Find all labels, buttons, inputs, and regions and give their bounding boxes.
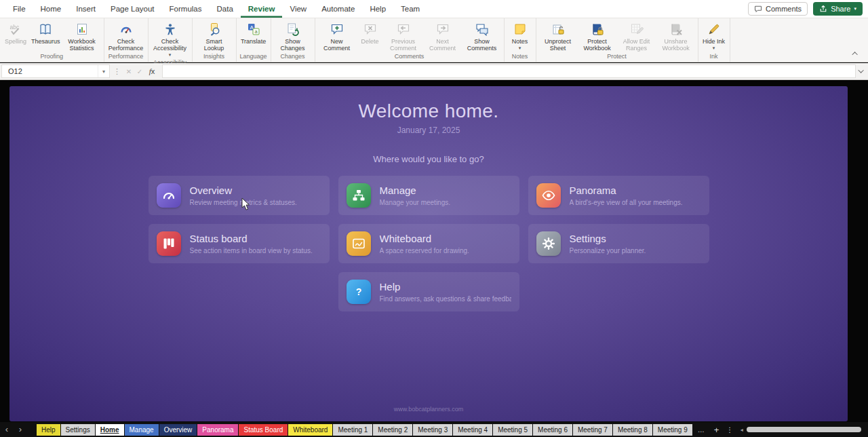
ribbon-group-changes: Show ChangesChanges	[271, 18, 315, 62]
sheet-tab-help[interactable]: Help	[37, 424, 60, 436]
tile-whiteboard[interactable]: WhiteboardA space reserved for drawing.	[338, 224, 519, 263]
notes-icon	[513, 22, 528, 37]
menu-tab-team[interactable]: Team	[393, 0, 427, 18]
footer-link[interactable]: www.bobcatplanners.com	[9, 406, 848, 413]
ribbon-button-protect-workbook[interactable]: Protect Workbook	[578, 20, 617, 52]
tile-subtitle: Personalize your planner.	[570, 247, 646, 255]
ribbon-button-check-accessibility[interactable]: Check Accessibility▾	[151, 20, 190, 58]
ribbon-button-label: Translate	[241, 38, 266, 45]
sheet-tab-meeting-6[interactable]: Meeting 6	[533, 424, 572, 436]
ribbon-button-label: Next Comment	[425, 38, 460, 52]
tile-title: Status board	[190, 233, 313, 245]
ribbon-group-label: Comments	[317, 52, 502, 62]
tile-panorama[interactable]: PanoramaA bird's-eye view of all your me…	[528, 176, 709, 215]
tile-manage[interactable]: ManageManage your meetings.	[338, 176, 519, 215]
ribbon-group-label: Protect	[538, 52, 696, 62]
ribbon-button-workbook-statistics[interactable]: Workbook Statistics	[62, 20, 102, 52]
ribbon-group-notes: Notes▾Notes	[505, 18, 536, 62]
tile-settings[interactable]: SettingsPersonalize your planner.	[528, 224, 709, 263]
sheet-tab-meeting-8[interactable]: Meeting 8	[613, 424, 652, 436]
menu-tab-formulas[interactable]: Formulas	[162, 0, 210, 18]
menu-tab-automate[interactable]: Automate	[314, 0, 362, 18]
sheet-tab-meeting-9[interactable]: Meeting 9	[653, 424, 692, 436]
sheet-tab-home[interactable]: Home	[96, 424, 124, 436]
sheet-tab-panorama[interactable]: Panorama	[197, 424, 238, 436]
insert-function-button[interactable]: fx	[145, 67, 159, 75]
sheet-tab-manage[interactable]: Manage	[125, 424, 159, 436]
scrollbar-thumb[interactable]	[747, 427, 861, 432]
sheet-nav-left-button[interactable]: ‹	[0, 422, 14, 437]
menu-tab-page-layout[interactable]: Page Layout	[103, 0, 162, 18]
horizontal-scrollbar[interactable]: ◄	[739, 427, 861, 432]
sheet-tab-meeting-5[interactable]: Meeting 5	[493, 424, 532, 436]
comments-button[interactable]: Comments	[748, 2, 808, 16]
name-box-dropdown-icon[interactable]: ▾	[98, 65, 109, 77]
ribbon-group-label: Performance	[106, 52, 146, 62]
ribbon-button-label: Protect Workbook	[580, 38, 615, 52]
ribbon-group-protect: Unprotect SheetProtect WorkbookAllow Edi…	[536, 18, 698, 62]
menu-tab-file[interactable]: File	[5, 0, 33, 18]
sheet-tab-meeting-7[interactable]: Meeting 7	[573, 424, 612, 436]
ribbon-button-label: Delete	[361, 38, 379, 45]
smart-lookup-icon	[207, 22, 222, 37]
unprotect-sheet-icon	[551, 22, 566, 37]
next-comment-icon	[435, 22, 450, 37]
svg-text:?: ?	[355, 286, 361, 297]
sheet-tab-settings[interactable]: Settings	[61, 424, 95, 436]
ribbon-button-label: Unshare Workbook	[658, 38, 694, 52]
menu-tab-view[interactable]: View	[282, 0, 314, 18]
dropdown-arrow-icon: ▾	[169, 52, 172, 58]
expand-formula-bar-button[interactable]	[856, 64, 868, 78]
menu-tab-home[interactable]: Home	[33, 0, 69, 18]
ribbon-button-check-performance[interactable]: Check Performance	[106, 20, 146, 52]
sheet-overflow-button[interactable]: …	[693, 426, 710, 434]
ribbon-button-translate[interactable]: AaTranslate	[239, 20, 268, 45]
name-box[interactable]: O12 ▾	[1, 64, 110, 78]
ribbon-button-thesaurus[interactable]: Thesaurus	[29, 20, 62, 45]
sheet-tab-status-board[interactable]: Status Board	[239, 424, 288, 436]
ribbon-button-smart-lookup[interactable]: Smart Lookup	[195, 20, 234, 52]
sheet-options-button[interactable]: ⋮	[723, 426, 736, 434]
menu-tab-data[interactable]: Data	[210, 0, 241, 18]
tile-help[interactable]: ?HelpFind answers, ask questions & share…	[338, 272, 519, 311]
menu-tab-insert[interactable]: Insert	[68, 0, 103, 18]
ribbon-button-show-changes[interactable]: Show Changes	[273, 20, 313, 52]
sheet-nav-right-button[interactable]: ›	[14, 422, 27, 437]
question-icon: ?	[347, 280, 371, 304]
ribbon-button-new-comment[interactable]: New Comment	[317, 20, 357, 52]
gauge-icon	[157, 183, 181, 208]
formula-bar-drag-handle[interactable]: ⋮	[110, 67, 123, 76]
ribbon-group-ink: Hide Ink▾Ink	[698, 18, 730, 62]
tile-title: Manage	[380, 185, 451, 197]
ribbon-group-label: Changes	[273, 52, 313, 62]
menu-tab-review[interactable]: Review	[241, 0, 283, 18]
formula-input[interactable]	[162, 64, 856, 78]
sheet-tab-meeting-4[interactable]: Meeting 4	[453, 424, 492, 436]
menu-tab-help[interactable]: Help	[362, 0, 393, 18]
add-sheet-button[interactable]: +	[710, 425, 724, 435]
ribbon-button-show-comments[interactable]: Show Comments	[462, 20, 502, 52]
scroll-left-icon[interactable]: ◄	[739, 428, 747, 432]
sheet-tab-meeting-2[interactable]: Meeting 2	[373, 424, 412, 436]
sheet-tab-meeting-1[interactable]: Meeting 1	[333, 424, 372, 436]
sheet-tab-meeting-3[interactable]: Meeting 3	[413, 424, 452, 436]
sheet-tab-whiteboard[interactable]: Whiteboard	[288, 424, 332, 436]
ribbon-button-label: Show Changes	[275, 38, 311, 52]
ribbon-button-label: New Comment	[319, 38, 355, 52]
sheet-tab-overview[interactable]: Overview	[159, 424, 197, 436]
ribbon-button-unprotect-sheet[interactable]: Unprotect Sheet	[538, 20, 578, 52]
tile-overview[interactable]: OverviewReview meeting metrics & statuse…	[149, 176, 330, 215]
collapse-ribbon-button[interactable]	[850, 49, 861, 58]
ribbon-button-label: Show Comments	[465, 38, 500, 52]
tile-status-board[interactable]: Status boardSee action items in board vi…	[149, 224, 330, 263]
ribbon-button-delete: Delete	[357, 20, 384, 45]
ribbon-button-notes[interactable]: Notes▾	[507, 20, 534, 51]
ribbon-button-next-comment: Next Comment	[423, 20, 462, 52]
welcome-canvas: Welcome home. January 17, 2025 Where wou…	[9, 86, 848, 421]
ribbon-button-hide-ink[interactable]: Hide Ink▾	[701, 20, 728, 51]
tile-title: Whiteboard	[380, 233, 469, 245]
ribbon-groups: abcSpellingThesaurusWorkbook StatisticsP…	[0, 18, 730, 62]
ribbon-button-label: Check Accessibility	[153, 38, 188, 52]
share-button[interactable]: Share ▾	[813, 2, 863, 16]
ribbon-group-accessibility: Check Accessibility▾Accessibility	[149, 18, 193, 62]
